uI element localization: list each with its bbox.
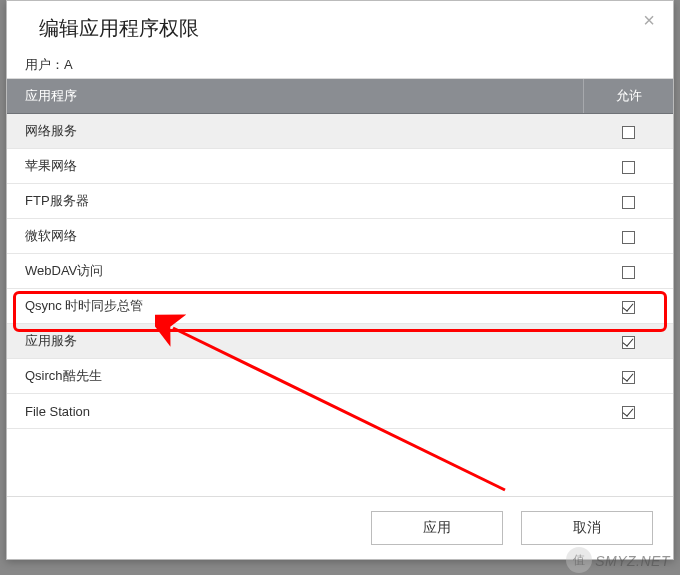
watermark-text: SMYZ.NET <box>595 553 670 569</box>
allow-checkbox[interactable] <box>622 371 635 384</box>
allow-cell <box>583 150 673 181</box>
app-name: Qsync 时时同步总管 <box>7 289 583 323</box>
apply-button[interactable]: 应用 <box>371 511 503 545</box>
watermark-badge: 值 <box>566 547 592 573</box>
table-row: 微软网络 <box>7 219 673 254</box>
allow-checkbox[interactable] <box>622 231 635 244</box>
allow-checkbox[interactable] <box>622 406 635 419</box>
allow-cell <box>583 115 673 146</box>
user-row: 用户：A <box>7 48 673 78</box>
table-row: WebDAV访问 <box>7 254 673 289</box>
allow-checkbox[interactable] <box>622 196 635 209</box>
allow-cell <box>583 360 673 391</box>
header-app: 应用程序 <box>7 79 583 113</box>
cancel-button[interactable]: 取消 <box>521 511 653 545</box>
allow-checkbox[interactable] <box>622 301 635 314</box>
table-row: FTP服务器 <box>7 184 673 219</box>
permissions-table: 应用程序 允许 网络服务苹果网络FTP服务器微软网络WebDAV访问Qsync … <box>7 78 673 429</box>
table-row: 苹果网络 <box>7 149 673 184</box>
permissions-dialog: 编辑应用程序权限 × 用户：A 应用程序 允许 网络服务苹果网络FTP服务器微软… <box>6 0 674 560</box>
app-name: File Station <box>7 396 583 427</box>
app-name: 微软网络 <box>7 219 583 253</box>
dialog-header: 编辑应用程序权限 × <box>7 1 673 48</box>
dialog-title: 编辑应用程序权限 <box>39 15 653 42</box>
app-name: 苹果网络 <box>7 149 583 183</box>
allow-cell <box>583 220 673 251</box>
allow-cell <box>583 290 673 321</box>
allow-cell <box>583 325 673 356</box>
allow-checkbox[interactable] <box>622 336 635 349</box>
table-row: 网络服务 <box>7 114 673 149</box>
app-name: Qsirch酷先生 <box>7 359 583 393</box>
table-row: Qsync 时时同步总管 <box>7 289 673 324</box>
allow-checkbox[interactable] <box>622 266 635 279</box>
header-allow: 允许 <box>583 79 673 113</box>
user-value: A <box>64 57 73 72</box>
allow-checkbox[interactable] <box>622 161 635 174</box>
app-name: FTP服务器 <box>7 184 583 218</box>
table-row: File Station <box>7 394 673 429</box>
allow-checkbox[interactable] <box>622 126 635 139</box>
allow-cell <box>583 255 673 286</box>
table-row: 应用服务 <box>7 324 673 359</box>
app-name: 网络服务 <box>7 114 583 148</box>
table-header: 应用程序 允许 <box>7 79 673 114</box>
app-name: 应用服务 <box>7 324 583 358</box>
table-row: Qsirch酷先生 <box>7 359 673 394</box>
app-name: WebDAV访问 <box>7 254 583 288</box>
close-icon[interactable]: × <box>639 11 659 31</box>
allow-cell <box>583 395 673 426</box>
allow-cell <box>583 185 673 216</box>
user-label: 用户： <box>25 57 64 72</box>
